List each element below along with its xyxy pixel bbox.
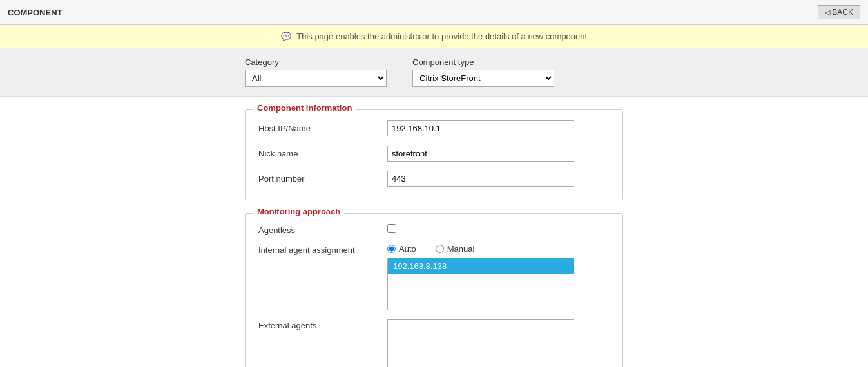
header: COMPONENT BACK — [0, 0, 868, 25]
main-content: Component information Host IP/Name Nick … — [0, 97, 868, 367]
agent-item[interactable]: 192.168.8.138 — [388, 258, 574, 274]
radio-manual-option[interactable]: Manual — [436, 244, 475, 254]
component-type-field: Component type Citrix StoreFront Web Ser… — [412, 57, 554, 87]
internal-agent-row: Internal agent assignment Auto Manual 19… — [258, 244, 610, 310]
internal-agent-label: Internal agent assignment — [258, 244, 387, 255]
monitoring-section: Monitoring approach Agentless Internal a… — [245, 213, 623, 367]
selector-row: Category All Application Database Networ… — [0, 48, 868, 97]
radio-manual-label: Manual — [447, 244, 475, 254]
host-ip-label: Host IP/Name — [258, 124, 387, 133]
agentless-row: Agentless — [258, 224, 610, 235]
page-title: COMPONENT — [8, 8, 63, 17]
category-label: Category — [245, 57, 387, 67]
radio-auto-label: Auto — [399, 244, 416, 254]
radio-auto-option[interactable]: Auto — [387, 244, 416, 254]
component-type-select[interactable]: Citrix StoreFront Web Server Application… — [412, 70, 554, 87]
external-agents-label: External agents — [258, 319, 387, 330]
radio-auto-input[interactable] — [387, 245, 396, 253]
port-number-row: Port number — [258, 171, 610, 187]
agentless-checkbox-wrapper — [387, 224, 396, 233]
agentless-checkbox[interactable] — [387, 224, 396, 233]
external-agents-listbox[interactable] — [387, 319, 574, 367]
radio-manual-input[interactable] — [436, 245, 444, 253]
host-ip-row: Host IP/Name — [258, 120, 610, 136]
host-ip-input[interactable] — [387, 120, 574, 136]
monitoring-title: Monitoring approach — [253, 207, 344, 216]
radio-group: Auto Manual — [387, 244, 574, 254]
chat-icon: 💬 — [281, 32, 291, 41]
port-number-input[interactable] — [387, 171, 574, 187]
nick-name-label: Nick name — [258, 149, 387, 158]
info-banner: 💬 This page enables the administrator to… — [0, 25, 868, 48]
external-agents-row: External agents — [258, 319, 610, 367]
nick-name-input[interactable] — [387, 146, 574, 162]
component-type-label: Component type — [412, 57, 554, 67]
port-number-label: Port number — [258, 174, 387, 184]
category-field: Category All Application Database Networ… — [245, 57, 387, 87]
internal-agent-controls: Auto Manual 192.168.8.138 — [387, 244, 574, 310]
agent-listbox-empty — [388, 274, 574, 310]
component-info-section: Component information Host IP/Name Nick … — [245, 109, 623, 200]
category-select[interactable]: All Application Database Network Server — [245, 70, 387, 87]
agentless-label: Agentless — [258, 224, 387, 235]
back-button[interactable]: BACK — [818, 5, 860, 19]
banner-message: This page enables the administrator to p… — [296, 32, 587, 41]
agent-listbox[interactable]: 192.168.8.138 — [387, 258, 574, 310]
nick-name-row: Nick name — [258, 146, 610, 162]
component-info-title: Component information — [253, 103, 356, 113]
